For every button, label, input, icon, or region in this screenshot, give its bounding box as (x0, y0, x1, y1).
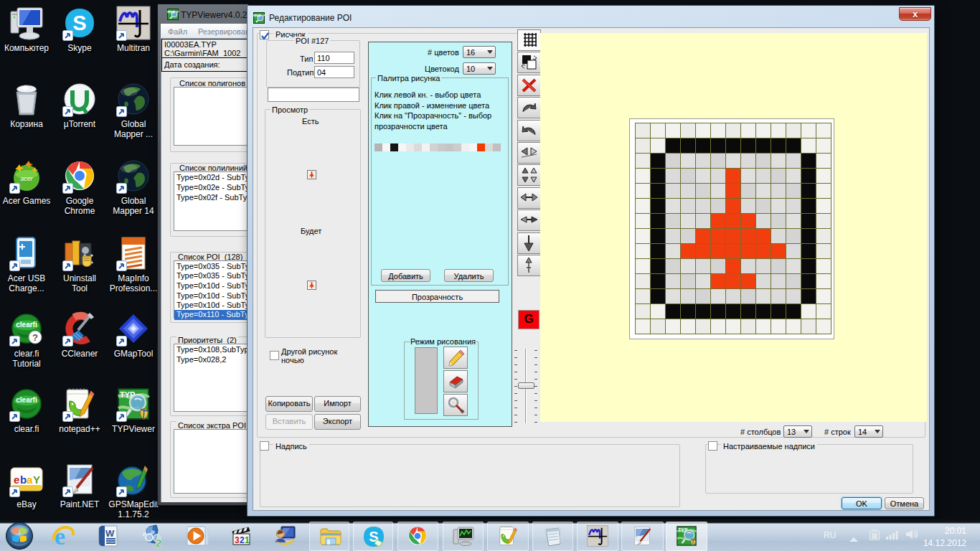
svg-text:W: W (105, 528, 115, 539)
svg-text:acer: acer (20, 175, 34, 182)
svg-text:?: ? (32, 332, 38, 343)
svg-text:TYP: TYP (254, 14, 261, 18)
svg-text:Y: Y (33, 474, 40, 486)
svg-text:2: 2 (240, 535, 245, 545)
svg-text:1: 1 (245, 535, 250, 545)
svg-text:b: b (20, 474, 27, 486)
svg-text:clearfi: clearfi (16, 396, 37, 404)
svg-text:3: 3 (235, 535, 240, 545)
svg-text:clearfi: clearfi (16, 321, 37, 329)
svg-text:a: a (27, 474, 33, 486)
svg-text:e: e (14, 474, 19, 486)
svg-text:S: S (72, 11, 86, 34)
svg-text:TYP: TYP (168, 10, 175, 14)
svg-text:2: 2 (156, 537, 161, 547)
